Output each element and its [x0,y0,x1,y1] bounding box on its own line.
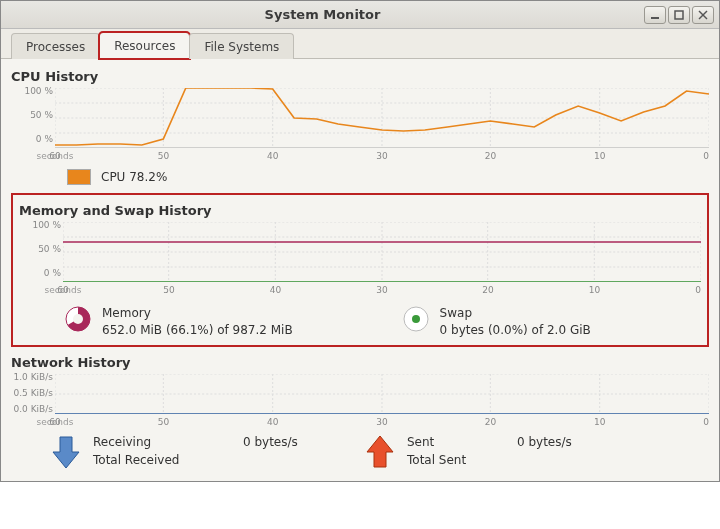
network-history-title: Network History [11,355,709,370]
content-area: CPU History 100 % 50 % 0 % 60 seconds 50… [1,59,719,481]
memory-label: Memory [102,305,293,322]
tab-bar: Processes Resources File Systems [1,29,719,59]
recv-table[interactable]: Receiving 0 bytes/s Total Received [93,435,353,467]
memory-history-title: Memory and Swap History [19,203,701,218]
receiving-value: 0 bytes/s [243,435,353,449]
minimize-button[interactable] [644,6,666,24]
cpu-swatch[interactable] [67,169,91,185]
titlebar: System Monitor [1,1,719,29]
memory-section-highlight: Memory and Swap History 100 % 50 % 0 % 6… [11,193,709,347]
svg-point-31 [73,314,83,324]
svg-point-33 [412,315,420,323]
cpu-chart [55,88,709,148]
net-y-05: 0.5 KiB/s [11,388,53,398]
total-received-label: Total Received [93,453,243,467]
memory-pie-icon [64,305,92,333]
net-xaxis: 60 seconds 50 40 30 20 10 0 [55,417,709,431]
receiving-label: Receiving [93,435,243,449]
cpu-y-0: 0 % [11,134,53,144]
sent-label: Sent [407,435,517,449]
mem-y-100: 100 % [19,220,61,230]
svg-rect-1 [675,11,683,19]
window-title: System Monitor [1,7,644,22]
window: System Monitor Processes Resources File … [0,0,720,482]
mem-xaxis: 60 seconds 50 40 30 20 10 0 [63,285,701,299]
upload-arrow-icon [365,435,395,469]
memory-value: 652.0 MiB (66.1%) of 987.2 MiB [102,323,293,337]
tab-resources[interactable]: Resources [99,32,190,59]
swap-legend[interactable]: Swap 0 bytes (0.0%) of 2.0 GiB [402,305,701,339]
memory-legend[interactable]: Memory 652.0 MiB (66.1%) of 987.2 MiB [64,305,402,339]
swap-value: 0 bytes (0.0%) of 2.0 GiB [440,323,591,337]
net-y-10: 1.0 KiB/s [11,372,53,382]
tab-processes[interactable]: Processes [11,33,100,59]
sent-value: 0 bytes/s [517,435,627,449]
swap-label: Swap [440,305,591,322]
mem-y-50: 50 % [19,244,61,254]
cpu-legend: CPU 78.2% [67,169,709,185]
cpu-legend-value: 78.2% [129,170,167,184]
net-chart-box: 1.0 KiB/s 0.5 KiB/s 0.0 KiB/s 60 seconds… [11,374,709,431]
total-sent-label: Total Sent [407,453,517,467]
cpu-y-100: 100 % [11,86,53,96]
download-arrow-icon [51,435,81,469]
cpu-chart-box: 100 % 50 % 0 % 60 seconds 50 40 30 20 10… [11,88,709,165]
sent-table[interactable]: Sent 0 bytes/s Total Sent [407,435,627,467]
swap-pie-icon [402,305,430,333]
net-y-00: 0.0 KiB/s [11,404,53,414]
maximize-button[interactable] [668,6,690,24]
mem-legend-row: Memory 652.0 MiB (66.1%) of 987.2 MiB Sw… [64,305,701,339]
cpu-history-title: CPU History [11,69,709,84]
net-chart [55,374,709,414]
mem-chart [63,222,701,282]
cpu-xaxis: 60 seconds 50 40 30 20 10 0 [55,151,709,165]
mem-y-0: 0 % [19,268,61,278]
cpu-legend-label: CPU [101,170,125,184]
tab-filesystems[interactable]: File Systems [189,33,294,59]
cpu-y-50: 50 % [11,110,53,120]
network-legend: Receiving 0 bytes/s Total Received Sent … [51,435,709,469]
close-button[interactable] [692,6,714,24]
mem-chart-box: 100 % 50 % 0 % 60 seconds 50 40 30 [19,222,701,299]
